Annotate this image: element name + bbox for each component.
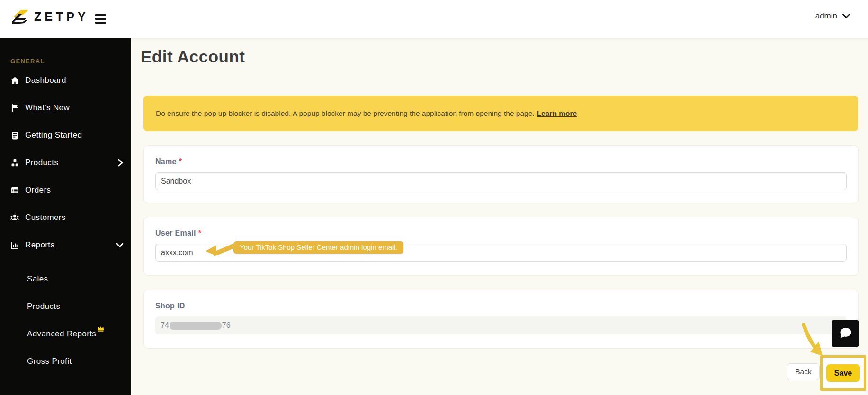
sidebar-subitem-advanced-reports[interactable]: Advanced Reports <box>0 320 131 348</box>
sidebar-item-label: Products <box>25 158 58 167</box>
sidebar-item-label: Reports <box>25 240 54 250</box>
users-icon <box>9 212 20 223</box>
document-icon <box>9 130 20 140</box>
sidebar-subitem-sales[interactable]: Sales <box>0 265 131 293</box>
zetpy-logo-icon <box>11 9 30 24</box>
home-icon <box>9 75 20 86</box>
required-asterisk: * <box>179 158 182 166</box>
shop-id-prefix: 74 <box>161 321 169 330</box>
sidebar-subitem-gross-profit[interactable]: Gross Profit <box>0 348 131 375</box>
bar-chart-icon <box>9 240 20 250</box>
main-content: Edit Account Do ensure the pop up blocke… <box>131 38 868 395</box>
user-email-label: User Email* <box>155 229 847 237</box>
save-button[interactable]: Save <box>826 364 860 382</box>
sidebar-item-orders[interactable]: Orders <box>0 176 131 204</box>
shop-id-label: Shop ID <box>155 302 847 310</box>
back-button[interactable]: Back <box>787 363 820 380</box>
chat-widget-button[interactable] <box>832 320 859 347</box>
name-card: Name* <box>143 145 859 203</box>
chevron-down-icon <box>842 14 850 18</box>
sidebar-item-customers[interactable]: Customers <box>0 204 131 231</box>
sidebar-subitem-label: Products <box>27 302 60 311</box>
sidebar-section-label: GENERAL <box>10 58 131 65</box>
top-header: ZETPY admin <box>0 0 868 38</box>
name-input[interactable] <box>155 172 847 190</box>
sidebar-nav: Dashboard What's New Getting Started Pro… <box>0 67 131 375</box>
sidebar-item-label: Getting Started <box>25 131 82 140</box>
required-asterisk: * <box>198 229 202 237</box>
tooltip-arrow-icon <box>204 238 235 260</box>
chevron-right-icon <box>117 159 124 167</box>
sidebar-item-getting-started[interactable]: Getting Started <box>0 122 131 149</box>
chevron-down-icon <box>116 242 124 248</box>
user-email-card: User Email* Your TikTok Shop Seller Cent… <box>143 217 859 276</box>
banner-text: Do ensure the pop up blocker is disabled… <box>156 109 535 118</box>
name-label: Name* <box>155 158 847 166</box>
learn-more-link[interactable]: Learn more <box>537 109 577 118</box>
sidebar: GENERAL Dashboard What's New Getting Sta… <box>0 38 131 395</box>
user-menu[interactable]: admin <box>815 11 850 21</box>
brand-name: ZETPY <box>34 10 89 24</box>
sidebar-item-label: Customers <box>25 213 66 222</box>
flag-icon <box>9 103 20 113</box>
app-frame: ZETPY admin GENERAL Dashboard <box>0 0 868 395</box>
hamburger-menu-icon[interactable] <box>95 14 106 24</box>
boxes-icon <box>9 158 20 168</box>
sidebar-item-reports[interactable]: Reports <box>0 231 131 259</box>
crown-icon <box>97 325 105 334</box>
shop-id-value: 74 76 <box>155 316 847 334</box>
shop-id-redaction <box>170 322 222 330</box>
popup-blocker-banner: Do ensure the pop up blocker is disabled… <box>143 96 858 131</box>
sidebar-item-whats-new[interactable]: What's New <box>0 94 131 122</box>
sidebar-item-label: Dashboard <box>25 76 66 85</box>
sidebar-item-products[interactable]: Products <box>0 149 131 176</box>
save-highlight-box: Save <box>820 355 866 391</box>
sidebar-item-dashboard[interactable]: Dashboard <box>0 67 131 94</box>
email-tooltip: Your TikTok Shop Seller Center admin log… <box>233 241 403 254</box>
brand-logo[interactable]: ZETPY <box>11 9 89 24</box>
list-icon <box>9 185 20 195</box>
sidebar-item-label: Orders <box>25 185 51 195</box>
sidebar-subitem-label: Advanced Reports <box>27 329 96 339</box>
shop-id-card: Shop ID 74 76 <box>143 290 859 349</box>
sidebar-subitem-products[interactable]: Products <box>0 293 131 320</box>
chat-bubble-icon <box>837 326 853 341</box>
user-menu-label: admin <box>815 11 837 21</box>
sidebar-subitem-label: Sales <box>27 274 48 284</box>
sidebar-item-label: What's New <box>25 103 70 113</box>
sidebar-subitem-label: Gross Profit <box>27 357 72 366</box>
page-title: Edit Account <box>141 47 245 66</box>
shop-id-suffix: 76 <box>222 321 231 330</box>
sidebar-reports-submenu: Sales Products Advanced Reports Gross Pr… <box>0 265 131 375</box>
